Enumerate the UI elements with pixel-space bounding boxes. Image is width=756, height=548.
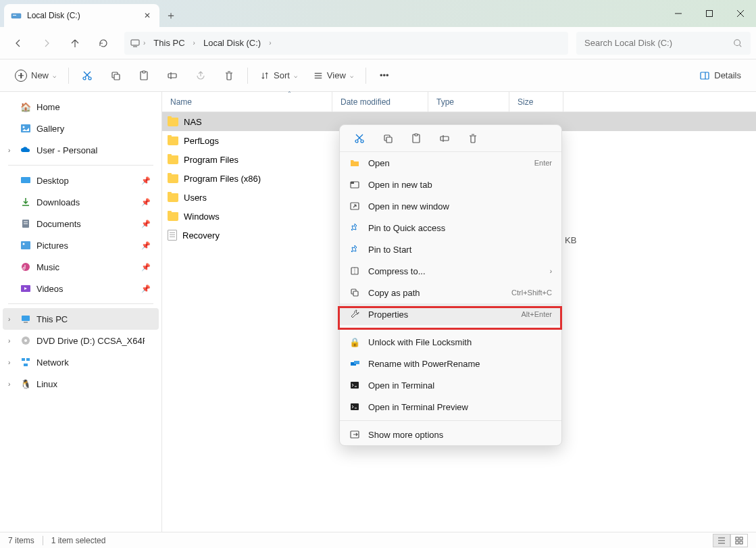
delete-button[interactable] [216,64,242,87]
sidebar-item-desktop[interactable]: Desktop📌 [0,170,161,191]
breadcrumb[interactable]: › This PC › Local Disk (C:) › [124,32,568,55]
svg-point-8 [734,39,740,45]
sidebar-item-onedrive[interactable]: ›User - Personal [0,139,161,161]
sort-button[interactable]: Sort⌵ [253,64,304,87]
sidebar-item-linux[interactable]: ›🐧Linux [0,373,161,395]
chevron-down-icon: ⌵ [53,72,56,79]
pictures-icon [20,240,31,251]
breadcrumb-item[interactable]: This PC [148,35,190,51]
drive-icon [11,10,22,21]
ctx-powerrename[interactable]: Rename with PowerRename [340,353,561,374]
refresh-button[interactable] [91,32,116,55]
svg-rect-1 [13,15,16,16]
ctx-copy-path[interactable]: Copy as pathCtrl+Shift+C [340,282,561,303]
chevron-right-icon: › [8,316,10,323]
svg-rect-62 [351,403,359,410]
ctx-pin-start[interactable]: Pin to Start [340,239,561,260]
ctx-open-new-tab[interactable]: Open in new tab [340,174,561,195]
window-controls [663,0,756,27]
svg-point-26 [23,126,25,128]
terminal-icon [349,401,360,412]
details-view-button[interactable] [713,534,730,547]
ctx-delete-button[interactable] [460,128,486,149]
back-button[interactable] [5,32,31,55]
ctx-open-new-window[interactable]: Open in new window [340,195,561,217]
folder-open-icon [349,157,360,168]
network-icon [20,357,31,368]
cut-button[interactable] [74,64,100,87]
svg-point-42 [355,140,358,143]
ctx-paste-button[interactable] [403,128,429,149]
svg-rect-17 [143,71,145,73]
view-button[interactable]: View⌵ [307,64,360,87]
share-button[interactable] [188,64,213,87]
search-input[interactable] [584,38,733,48]
more-button[interactable]: ••• [372,64,397,87]
chevron-right-icon: › [550,268,552,275]
view-toggle [713,534,748,547]
ctx-open[interactable]: OpenEnter [340,152,561,174]
ctx-copy-button[interactable] [375,128,401,149]
search-box[interactable] [576,32,751,55]
sidebar-item-network[interactable]: ›Network [0,351,161,373]
rename-icon [349,358,360,369]
sidebar-item-pictures[interactable]: Pictures📌 [0,234,161,256]
item-count: 7 items [8,536,34,545]
copy-button[interactable] [103,64,128,87]
sidebar-item-downloads[interactable]: Downloads📌 [0,191,161,213]
statusbar: 7 items 1 item selected [0,532,756,548]
sidebar-item-gallery[interactable]: Gallery [0,118,161,139]
column-date[interactable]: Date modified [332,92,428,111]
sidebar-item-dvd[interactable]: ›DVD Drive (D:) CCSA_X64FRE_EN- [0,330,161,351]
svg-rect-58 [353,291,358,296]
documents-icon [20,218,31,229]
sidebar-item-thispc[interactable]: ›This PC [3,308,159,330]
folder-icon [168,174,178,183]
rename-button[interactable] [159,64,185,87]
up-button[interactable] [62,32,88,55]
new-tab-button[interactable]: ＋ [159,4,182,27]
tab[interactable]: Local Disk (C:) ✕ [4,4,159,27]
ctx-pin-quick[interactable]: Pin to Quick access [340,217,561,239]
ctx-cut-button[interactable] [347,128,372,149]
breadcrumb-item[interactable]: Local Disk (C:) [198,35,266,51]
wrench-icon [349,309,360,320]
sidebar-item-music[interactable]: Music📌 [0,256,161,278]
context-menu-toolbar [340,125,561,152]
folder-icon [168,118,178,126]
ctx-rename-button[interactable] [432,128,457,149]
file-icon [168,230,177,241]
ctx-locksmith[interactable]: 🔒Unlock with File Locksmith [340,331,561,353]
chevron-right-icon: › [8,380,10,388]
sidebar-item-home[interactable]: 🏠Home [0,96,161,118]
pin-icon: 📌 [141,241,151,250]
ctx-show-more[interactable]: Show more options [340,424,561,445]
tab-close-button[interactable]: ✕ [142,10,153,21]
ctx-terminal-preview[interactable]: Open in Terminal Preview [340,396,561,418]
svg-rect-15 [114,74,120,80]
toolbar: New⌵ Sort⌵ View⌵ ••• Details [0,59,756,92]
paste-button[interactable] [131,64,157,87]
forward-button[interactable] [34,32,59,55]
sidebar-item-videos[interactable]: Videos📌 [0,278,161,299]
desktop-icon [20,175,31,186]
svg-rect-53 [351,182,354,184]
ctx-terminal[interactable]: Open in Terminal [340,374,561,396]
sidebar: 🏠Home Gallery ›User - Personal Desktop📌 … [0,92,162,532]
ctx-compress[interactable]: Compress to...› [340,260,561,282]
thumbnails-view-button[interactable] [730,534,748,547]
folder-icon [168,136,178,145]
column-name[interactable]: Name⌃ [162,92,332,111]
column-size[interactable]: Size [509,92,563,111]
close-button[interactable] [725,0,756,27]
sidebar-item-documents[interactable]: Documents📌 [0,213,161,234]
home-icon: 🏠 [20,101,31,112]
ctx-properties[interactable]: PropertiesAlt+Enter [340,303,561,325]
maximize-button[interactable] [694,0,725,27]
details-button[interactable]: Details [692,64,748,87]
column-type[interactable]: Type [428,92,509,111]
svg-rect-40 [26,358,30,361]
music-icon [20,261,31,272]
minimize-button[interactable] [663,0,694,27]
new-button[interactable]: New⌵ [8,64,63,87]
